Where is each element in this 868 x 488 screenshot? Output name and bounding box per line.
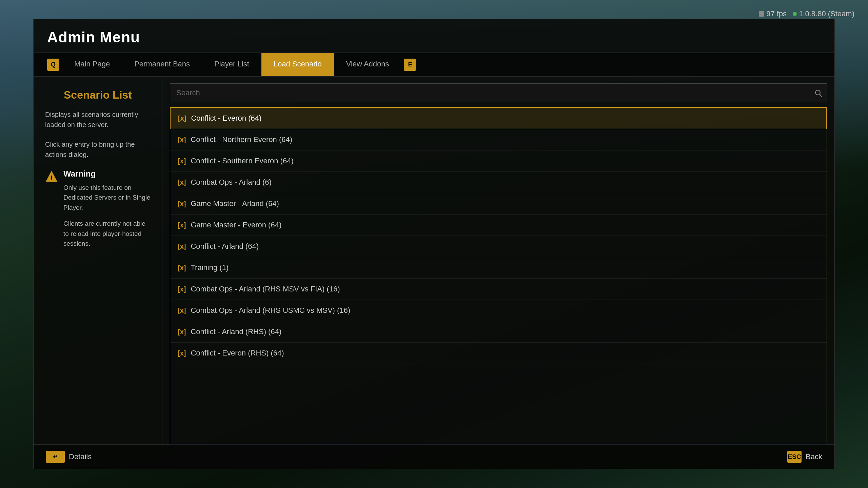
svg-text:!: ! [51, 174, 53, 182]
scenario-name: Conflict - Southern Everon (64) [191, 157, 293, 165]
scenario-tag: [x] [178, 264, 186, 272]
scenario-tag: [x] [178, 243, 186, 250]
scenario-item[interactable]: [x]Game Master - Everon (64) [170, 215, 827, 236]
nav-right-key[interactable]: E [404, 59, 416, 71]
scenario-name: Conflict - Northern Everon (64) [191, 135, 292, 144]
scenario-name: Game Master - Everon (64) [191, 221, 281, 229]
back-button[interactable]: ESC Back [787, 451, 822, 463]
scenario-item[interactable]: [x]Conflict - Southern Everon (64) [170, 150, 827, 172]
left-panel: Scenario List Displays all scenarios cur… [34, 77, 162, 444]
scenario-item[interactable]: [x]Combat Ops - Arland (RHS USMC vs MSV)… [170, 300, 827, 321]
scenario-tag: [x] [178, 221, 186, 229]
scenario-name: Training (1) [191, 263, 229, 272]
version-status-icon [793, 12, 797, 16]
scenario-item[interactable]: [x]Training (1) [170, 257, 827, 279]
scenario-name: Conflict - Arland (RHS) (64) [191, 327, 281, 336]
warning-title: Warning [63, 169, 151, 179]
details-button[interactable]: ↵ Details [46, 451, 92, 463]
scenario-tag: [x] [178, 179, 186, 186]
scenario-item[interactable]: [x]Conflict - Arland (64) [170, 236, 827, 257]
tab-player-list[interactable]: Player List [202, 53, 261, 76]
scenario-item[interactable]: [x]Combat Ops - Arland (6) [170, 172, 827, 193]
footer: ↵ Details ESC Back [34, 444, 834, 469]
admin-header: Admin Menu [34, 19, 834, 53]
tab-main-page[interactable]: Main Page [62, 53, 122, 76]
warning-content: Warning Only use this feature on Dedicat… [63, 169, 151, 249]
scenario-list: [x]Conflict - Everon (64)[x]Conflict - N… [170, 107, 827, 444]
warning-text-2: Clients are currently not able to reload… [63, 219, 151, 248]
scenario-item[interactable]: [x]Conflict - Northern Everon (64) [170, 129, 827, 150]
scenario-item[interactable]: [x]Game Master - Arland (64) [170, 193, 827, 215]
details-key: ↵ [46, 451, 65, 463]
fps-value: 97 fps [766, 9, 787, 18]
fps-icon [759, 11, 764, 17]
scenario-name: Conflict - Everon (RHS) (64) [191, 349, 284, 358]
search-input[interactable] [170, 83, 827, 102]
description-1: Displays all scenarios currently loaded … [45, 109, 151, 130]
warning-box: ! Warning Only use this feature on Dedic… [45, 169, 151, 249]
panel-title: Scenario List [45, 89, 151, 101]
scenario-tag: [x] [178, 307, 186, 314]
scenario-name: Combat Ops - Arland (RHS USMC vs MSV) (1… [191, 306, 350, 315]
back-key: ESC [787, 451, 802, 463]
scenario-name: Conflict - Arland (64) [191, 242, 259, 251]
version-indicator: 1.0.8.80 (Steam) [793, 9, 854, 18]
admin-menu-window: Admin Menu Q Main Page Permanent Bans Pl… [33, 19, 835, 469]
scenario-tag: [x] [178, 349, 186, 357]
scenario-tag: [x] [178, 328, 186, 336]
scenario-name: Combat Ops - Arland (RHS MSV vs FIA) (16… [191, 285, 340, 293]
fps-indicator: 97 fps [759, 9, 787, 18]
warning-icon: ! [45, 170, 58, 249]
version-value: 1.0.8.80 (Steam) [799, 9, 854, 18]
scenario-tag: [x] [178, 136, 186, 144]
warning-text-1: Only use this feature on Dedicated Serve… [63, 183, 151, 212]
back-label: Back [806, 452, 822, 461]
scenario-tag: [x] [178, 115, 186, 122]
description-2: Click any entry to bring up the actions … [45, 139, 151, 160]
content-area: Scenario List Displays all scenarios cur… [34, 77, 834, 444]
tab-view-addons[interactable]: View Addons [334, 53, 401, 76]
admin-title: Admin Menu [47, 29, 821, 46]
nav-left-key[interactable]: Q [47, 59, 59, 71]
tab-load-scenario[interactable]: Load Scenario [261, 53, 334, 76]
right-panel: [x]Conflict - Everon (64)[x]Conflict - N… [162, 77, 834, 444]
search-bar-wrap [162, 83, 834, 107]
scenario-name: Game Master - Arland (64) [191, 199, 279, 208]
scenario-name: Conflict - Everon (64) [191, 114, 261, 123]
scenario-tag: [x] [178, 157, 186, 165]
svg-line-3 [820, 95, 822, 97]
scenario-tag: [x] [178, 285, 186, 293]
scenario-item[interactable]: [x]Conflict - Everon (RHS) (64) [170, 343, 827, 364]
details-label: Details [69, 452, 92, 461]
scenario-tag: [x] [178, 200, 186, 208]
hud-overlay: 97 fps 1.0.8.80 (Steam) [759, 9, 854, 18]
tab-permanent-bans[interactable]: Permanent Bans [122, 53, 202, 76]
scenario-item[interactable]: [x]Conflict - Everon (64) [170, 107, 827, 129]
nav-tabs: Q Main Page Permanent Bans Player List L… [34, 53, 834, 77]
scenario-name: Combat Ops - Arland (6) [191, 178, 271, 187]
scenario-item[interactable]: [x]Conflict - Arland (RHS) (64) [170, 321, 827, 343]
scenario-item[interactable]: [x]Combat Ops - Arland (RHS MSV vs FIA) … [170, 279, 827, 300]
search-icon [815, 89, 822, 99]
